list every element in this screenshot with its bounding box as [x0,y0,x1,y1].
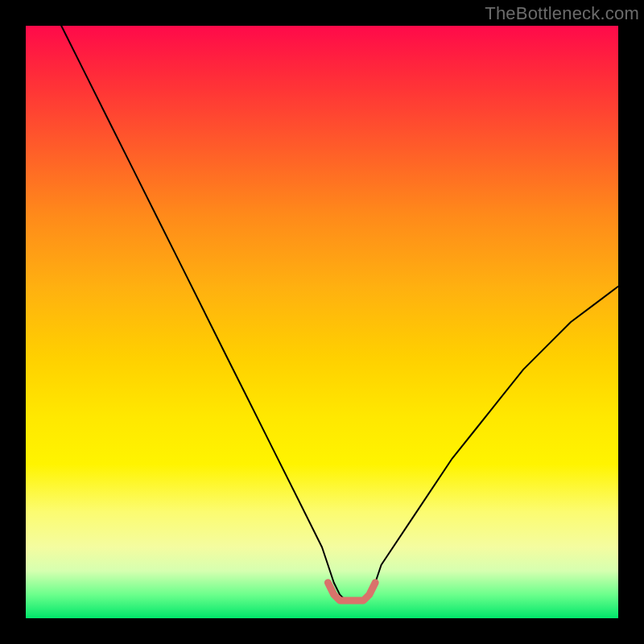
watermark-text: TheBottleneck.com [485,3,639,24]
bottleneck-curve [61,26,618,601]
curve-layer [26,26,618,618]
chart-frame: TheBottleneck.com [0,0,644,644]
plot-area [26,26,618,618]
